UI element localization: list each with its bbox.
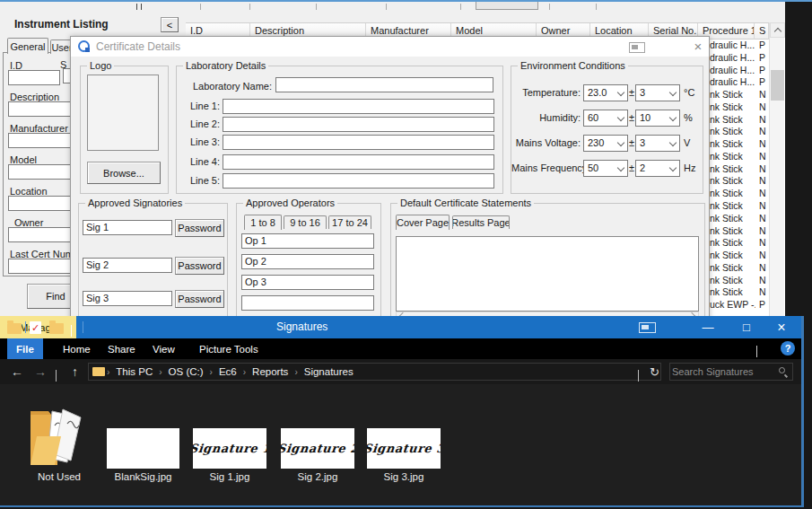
search-input[interactable]	[672, 364, 771, 379]
tab-general[interactable]: General	[7, 38, 48, 54]
password-button[interactable]: Password	[175, 219, 224, 237]
operators-tab-1-to-8[interactable]: 1 to 8	[244, 215, 282, 230]
table-scrollbar[interactable]	[769, 22, 784, 316]
env-tolerance-combo-humidity-[interactable]: 10	[635, 110, 680, 127]
new-folder-icon[interactable]	[49, 323, 64, 334]
ribbon-tab-share[interactable]: Share	[99, 338, 144, 359]
table-row[interactable]: nk StickN	[710, 225, 769, 238]
browse-button[interactable]: Browse...	[87, 162, 161, 184]
search-box[interactable]	[669, 363, 793, 381]
operators-tab-17-to-24[interactable]: 17 to 24	[328, 215, 371, 229]
table-row[interactable]: draulic H...P	[710, 65, 769, 77]
table-row[interactable]: nk StickN	[710, 200, 769, 213]
dialog-titlebar[interactable]: Certificate Details ×	[71, 37, 709, 57]
breadcrumb-item-reports[interactable]: Reports	[248, 366, 292, 377]
statements-textarea[interactable]	[396, 236, 699, 312]
operators-tab-9-to-16[interactable]: 9 to 16	[284, 215, 327, 229]
address-dropdown-icon[interactable]	[638, 370, 639, 381]
breadcrumb-item-ec6[interactable]: Ec6	[214, 366, 241, 377]
help-icon[interactable]: ?	[781, 341, 795, 355]
file-item-sig-3-jpg[interactable]: Signature 3Sig 3.jpg	[365, 384, 442, 492]
ribbon-tab-home[interactable]: Home	[54, 338, 100, 359]
procedure-cell: nk Stick	[710, 163, 755, 176]
operator-input[interactable]	[241, 295, 374, 311]
history-dropdown-icon[interactable]	[56, 370, 57, 381]
scrollbar-up-icon[interactable]	[770, 22, 785, 38]
close-icon[interactable]: ×	[769, 316, 794, 338]
file-item-not-used[interactable]: Not Used	[22, 384, 97, 492]
column-header-s[interactable]: S	[755, 23, 769, 39]
password-button[interactable]: Password	[175, 257, 224, 275]
up-icon[interactable]: ↑	[72, 364, 78, 379]
breadcrumb[interactable]: ›This PC›OS (C:)›Ec6›Reports›Signatures …	[88, 363, 661, 381]
env-tolerance-combo-mains-voltage-[interactable]: 3	[635, 135, 680, 152]
table-row[interactable]: draulic H...P	[710, 52, 769, 65]
table-row[interactable]: nk StickN	[710, 262, 769, 275]
env-unit-label: %	[684, 112, 693, 123]
breadcrumb-item-os-c-[interactable]: OS (C:)	[164, 366, 208, 377]
table-row[interactable]: nk StickN	[710, 138, 769, 151]
statements-tab-cover-page[interactable]: Cover Page	[396, 215, 450, 230]
password-button[interactable]: Password	[175, 290, 224, 308]
table-row[interactable]: nk StickN	[710, 101, 769, 114]
file-item-blanksig-jpg[interactable]: BlankSig.jpg	[105, 384, 181, 492]
table-row[interactable]: draulic H...P	[710, 76, 769, 89]
table-row[interactable]: nk StickN	[710, 89, 769, 101]
table-row[interactable]: nk StickN	[710, 151, 769, 163]
file-item-sig-2-jpg[interactable]: Signature 2Sig 2.jpg	[279, 384, 356, 492]
ribbon-tab-picture-tools[interactable]: Picture Tools	[190, 338, 267, 359]
scrollbar-thumb[interactable]	[771, 70, 784, 101]
table-row[interactable]: nk StickN	[710, 286, 769, 299]
table-row[interactable]: nk StickN	[710, 163, 769, 176]
ribbon-tab-file[interactable]: File	[7, 338, 43, 359]
statements-tab-results-page[interactable]: Results Page	[452, 215, 510, 229]
back-icon[interactable]: ←	[11, 364, 23, 379]
laboratory-name-input[interactable]	[275, 77, 493, 92]
file-item-sig-1-jpg[interactable]: Signature 1Sig 1.jpg	[191, 384, 268, 492]
signatory-input[interactable]: Sig 2	[83, 258, 172, 273]
maximize-icon[interactable]: □	[734, 316, 759, 338]
minimize-icon[interactable]: —	[695, 316, 720, 338]
breadcrumb-item-this-pc[interactable]: This PC	[111, 366, 157, 377]
operator-input[interactable]: Op 1	[241, 233, 374, 249]
env-tolerance-combo-mains-frequency-[interactable]: 2	[635, 160, 680, 177]
breadcrumb-item-signatures[interactable]: Signatures	[300, 366, 358, 377]
properties-icon[interactable]: ✓	[30, 321, 41, 334]
operator-input[interactable]: Op 3	[241, 275, 374, 290]
table-row[interactable]: nk StickN	[710, 114, 769, 127]
forward-icon[interactable]: →	[34, 364, 47, 379]
toolbar-button-fragment[interactable]	[476, 2, 538, 10]
close-icon[interactable]: ×	[690, 38, 706, 54]
refresh-icon[interactable]: ↻	[650, 365, 659, 379]
table-row[interactable]: nk StickN	[710, 213, 769, 225]
table-row[interactable]: nk StickN	[710, 275, 769, 287]
env-value-combo-mains-voltage-[interactable]: 230	[583, 135, 628, 152]
line-input[interactable]	[223, 135, 494, 150]
table-row[interactable]: nk StickN	[710, 237, 769, 250]
table-row[interactable]: nk StickN	[710, 126, 769, 138]
env-value-combo-mains-frequency-[interactable]: 50	[583, 160, 628, 177]
preview-window-icon[interactable]	[629, 42, 645, 53]
table-row[interactable]: uck EWP -...P	[710, 299, 769, 312]
env-value-combo-humidity-[interactable]: 60	[583, 110, 628, 127]
env-value-combo-temperature-[interactable]: 23.0	[583, 84, 628, 101]
table-row[interactable]: nk StickN	[710, 188, 769, 200]
ribbon-tab-view[interactable]: View	[144, 338, 184, 359]
table-row[interactable]: draulic H...P	[710, 39, 769, 52]
explorer-titlebar[interactable]: ✓ Manage Signatures — □ ×	[0, 316, 801, 338]
qat-dropdown-icon[interactable]	[71, 325, 72, 336]
line-input[interactable]	[223, 173, 494, 189]
operator-input[interactable]: Op 2	[241, 254, 374, 269]
field-input-i-d[interactable]	[8, 70, 60, 85]
collapse-panel-button[interactable]: <	[161, 17, 179, 32]
signatory-input[interactable]: Sig 3	[83, 291, 172, 306]
collapse-ribbon-icon[interactable]	[756, 346, 757, 356]
env-tolerance-combo-temperature-[interactable]: 3	[635, 84, 680, 101]
signatory-input[interactable]: Sig 1	[83, 220, 172, 235]
table-row[interactable]: nk StickN	[710, 175, 769, 188]
table-row[interactable]: nk StickN	[710, 250, 769, 262]
line-input[interactable]	[223, 117, 494, 132]
preview-window-icon[interactable]	[639, 322, 656, 333]
line-input[interactable]	[223, 99, 494, 114]
line-input[interactable]	[223, 154, 494, 170]
